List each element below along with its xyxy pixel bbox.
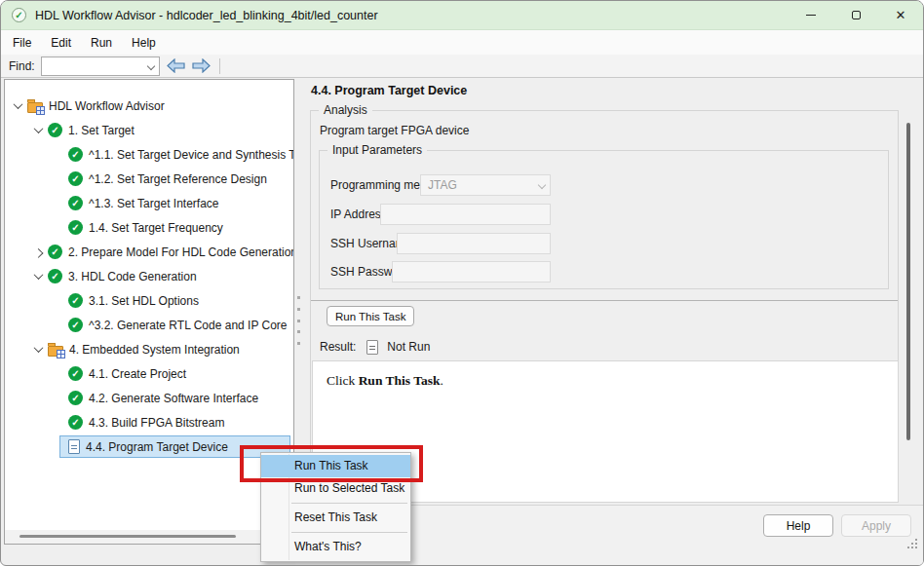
close-icon: ✕ <box>896 9 906 21</box>
passed-check-icon <box>68 171 83 186</box>
resize-grip-icon[interactable] <box>907 539 918 549</box>
maximize-button[interactable] <box>833 1 878 29</box>
chevron-right-icon[interactable] <box>33 248 43 258</box>
result-message: Click Run This Task. <box>313 361 898 400</box>
find-next-button[interactable] <box>192 58 211 73</box>
context-menu: Run This TaskRun to Selected TaskReset T… <box>260 452 411 562</box>
run-this-task-button[interactable]: Run This Task <box>327 306 414 326</box>
tree-item-label: 3. HDL Code Generation <box>68 270 197 283</box>
tree-item-label: 1. Set Target <box>68 124 135 137</box>
tree-item-4-1-create-project[interactable]: 4.1. Create Project <box>5 361 293 386</box>
apply-button[interactable]: Apply <box>841 514 911 537</box>
tree-item-label: HDL Workflow Advisor <box>49 99 165 113</box>
result-status: Not Run <box>387 340 430 354</box>
toolbar-separator <box>219 58 220 74</box>
param-row-ssh-username: SSH Username: <box>320 231 888 256</box>
minimize-icon <box>806 15 816 16</box>
programming-method-dropdown: JTAG <box>420 174 551 196</box>
tree-item-1-4-set-target-frequency[interactable]: 1.4. Set Target Frequency <box>5 215 293 240</box>
minimize-button[interactable] <box>789 1 833 29</box>
tree-item-hdl-workflow-advisor[interactable]: HDL Workflow Advisor <box>5 94 293 118</box>
tree-item-label: ^3.2. Generate RTL Code and IP Core <box>89 319 288 332</box>
result-label: Result: <box>320 340 356 354</box>
find-label: Find: <box>9 59 35 73</box>
passed-check-icon <box>68 196 83 210</box>
context-menu-item-run-this-task[interactable]: Run This Task <box>261 455 410 477</box>
not-run-doc-icon <box>68 439 80 454</box>
tree-horizontal-scrollbar[interactable] <box>5 530 293 544</box>
window-title: HDL Workflow Advisor - hdlcoder_led_blin… <box>35 9 378 22</box>
passed-check-icon <box>68 391 83 405</box>
tree-item-label: ^1.1. Set Target Device and Synthesis To… <box>89 148 294 162</box>
tree-item-1-3-set-target-interface[interactable]: ^1.3. Set Target Interface <box>5 191 293 215</box>
window-controls: ✕ <box>789 1 923 29</box>
close-button[interactable]: ✕ <box>878 1 923 29</box>
chevron-down-icon[interactable] <box>146 61 154 69</box>
chevron-down-icon <box>538 181 546 189</box>
task-description: Program target FPGA device <box>320 124 469 137</box>
menu-run[interactable]: Run <box>81 32 122 54</box>
dropdown-value: JTAG <box>428 178 457 192</box>
param-row-ssh-password: SSH Password: <box>320 259 888 284</box>
chevron-down-icon[interactable] <box>33 343 43 353</box>
help-button[interactable]: Help <box>763 514 833 537</box>
forward-arrow-icon <box>192 58 211 73</box>
tree-item-4-4-program-target-device[interactable]: 4.4. Program Target Device <box>5 434 293 459</box>
folder-icon <box>48 346 63 357</box>
tree-item-4-embedded-system-integration[interactable]: 4. Embedded System Integration <box>5 337 293 361</box>
context-menu-item-what-s-this[interactable]: What's This? <box>261 536 410 558</box>
maximize-icon <box>852 11 861 19</box>
tree-item-4-2-generate-software-interface[interactable]: 4.2. Generate Software Interface <box>5 386 293 410</box>
tree-item-3-2-generate-rtl-code-and-ip-core[interactable]: ^3.2. Generate RTL Code and IP Core <box>5 313 293 337</box>
tree-item-1-set-target[interactable]: 1. Set Target <box>5 118 293 142</box>
folder-icon <box>27 102 43 113</box>
tree-item-2-prepare-model-for-hdl-code-generation[interactable]: 2. Prepare Model For HDL Code Generation <box>5 240 293 264</box>
find-input[interactable] <box>44 58 141 74</box>
chevron-down-icon[interactable] <box>33 124 43 133</box>
app-check-icon <box>12 8 26 22</box>
menu-help[interactable]: Help <box>122 32 166 54</box>
task-title: 4.4. Program Target Device <box>311 84 467 97</box>
tree-item-label: 3.1. Set HDL Options <box>89 294 199 308</box>
tree-item-1-2-set-target-reference-design[interactable]: ^1.2. Set Target Reference Design <box>5 167 293 191</box>
section-separator <box>311 300 898 301</box>
passed-check-icon <box>48 123 62 137</box>
menu-edit[interactable]: Edit <box>41 32 81 54</box>
not-run-status-icon <box>366 340 378 355</box>
input-parameters-label: Input Parameters <box>327 143 427 157</box>
tree-item-label: ^1.2. Set Target Reference Design <box>89 172 267 186</box>
find-toolbar: Find: <box>1 55 923 78</box>
tree-item-label: 4. Embedded System Integration <box>69 343 240 357</box>
chevron-down-icon[interactable] <box>33 270 43 280</box>
find-combobox[interactable] <box>41 57 160 76</box>
chevron-down-icon[interactable] <box>13 99 22 109</box>
tree-item-3-1-set-hdl-options[interactable]: 3.1. Set HDL Options <box>5 288 293 313</box>
tree-item-label: 2. Prepare Model For HDL Code Generation <box>68 245 294 259</box>
scrollbar-thumb[interactable] <box>19 535 236 538</box>
context-menu-item-run-to-selected-task[interactable]: Run to Selected Task <box>261 477 410 500</box>
passed-check-icon <box>68 220 83 235</box>
tree-item-1-1-set-target-device-and-synthesis-tool[interactable]: ^1.1. Set Target Device and Synthesis To… <box>5 142 293 167</box>
tree-item-3-hdl-code-generation[interactable]: 3. HDL Code Generation <box>5 264 293 288</box>
find-previous-button[interactable] <box>167 58 185 73</box>
passed-check-icon <box>68 293 83 308</box>
menu-file[interactable]: File <box>3 32 41 54</box>
passed-check-icon <box>48 269 62 283</box>
tree-item-4-3-build-fpga-bitstream[interactable]: 4.3. Build FPGA Bitstream <box>5 410 293 434</box>
passed-check-icon <box>68 147 83 162</box>
ssh-username-input <box>397 233 551 254</box>
menu-separator <box>291 532 407 533</box>
tree-item-label: ^1.3. Set Target Interface <box>89 197 219 210</box>
panel-splitter[interactable] <box>295 296 301 345</box>
analysis-label: Analysis <box>319 103 372 117</box>
tree-item-label: 4.3. Build FPGA Bitstream <box>89 416 224 430</box>
menu-separator <box>291 503 407 504</box>
vertical-scrollbar-thumb[interactable] <box>906 123 910 440</box>
param-row-programming-method: Programming method:JTAG <box>320 172 888 198</box>
context-menu-item-reset-this-task[interactable]: Reset This Task <box>261 507 410 529</box>
passed-check-icon <box>48 245 62 259</box>
hdl-workflow-advisor-window: HDL Workflow Advisor - hdlcoder_led_blin… <box>0 0 924 566</box>
tree-item-label: 4.1. Create Project <box>89 367 186 381</box>
param-row-ip-address: IP Address: <box>320 202 888 227</box>
passed-check-icon <box>68 415 83 430</box>
